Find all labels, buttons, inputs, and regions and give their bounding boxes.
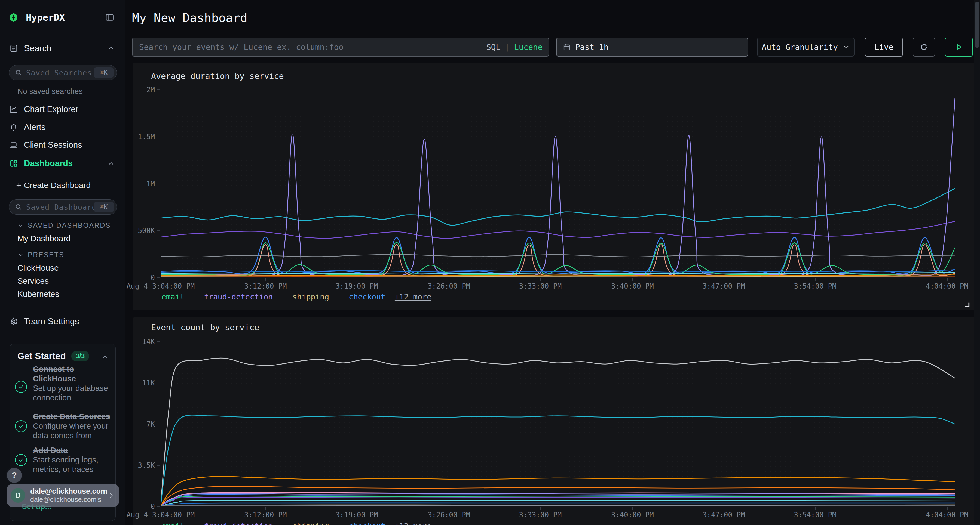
legend-more-link[interactable]: +12 more — [395, 522, 431, 525]
get-started-item[interactable]: Create Data Sources Configure where your… — [33, 412, 115, 440]
sidebar-item-kubernetes[interactable]: Kubernetes — [18, 289, 59, 299]
get-started-item[interactable]: Add Data Start sending logs, metrics, or… — [33, 446, 115, 474]
scrollbar-thumb[interactable] — [975, 2, 979, 48]
create-dashboard-label: Create Dashboard — [24, 181, 91, 190]
saved-dashboards-input[interactable]: Saved Dashboards ⌘K — [9, 199, 117, 215]
check-circle-icon — [15, 454, 27, 466]
user-account-button[interactable]: D dale@clickhouse.com dale@clickhouse.co… — [7, 484, 119, 507]
x-axis: Aug 4 3:04:00 PM3:12:00 PM3:19:00 PM3:26… — [161, 506, 955, 520]
chevron-right-icon — [108, 492, 115, 499]
play-icon — [955, 43, 963, 51]
legend-item-checkout[interactable]: checkout — [338, 292, 385, 301]
legend-item-shipping[interactable]: shipping — [282, 292, 329, 301]
chevron-up-icon[interactable] — [107, 44, 115, 52]
refresh-button[interactable] — [913, 38, 935, 57]
saved-searches-input[interactable]: Saved Searches ⌘K — [9, 65, 117, 80]
dashboards-section-label: Dashboards — [24, 159, 73, 168]
chevron-down-icon — [18, 222, 24, 229]
sidebar-item-client-sessions[interactable]: Client Sessions — [0, 138, 125, 152]
section-header-label: SAVED DASHBOARDS — [28, 221, 111, 229]
saved-dashboards-placeholder: Saved Dashboards — [26, 203, 101, 211]
get-started-item[interactable]: Connect to ClickHouse Set up your databa… — [33, 365, 115, 403]
legend-item-shipping[interactable]: shipping — [282, 522, 329, 525]
presets-header[interactable]: PRESETS — [18, 251, 64, 259]
chart-title: Average duration by service — [151, 71, 284, 81]
line-chart[interactable] — [161, 90, 955, 278]
page-scrollbar[interactable] — [974, 0, 980, 525]
legend-item-email[interactable]: email — [151, 522, 184, 525]
chart-series-other-orange — [161, 476, 955, 506]
chart-panel-event-count[interactable]: Event count by service 03.5K7K11K14K Aug… — [132, 317, 976, 525]
time-range-input[interactable]: Past 1h — [556, 38, 748, 57]
run-query-button[interactable] — [945, 38, 973, 57]
get-started-item-title: Connect to ClickHouse — [33, 365, 115, 384]
chart-series-other-gray — [161, 358, 955, 506]
live-button[interactable]: Live — [865, 38, 903, 57]
legend-item-fraud-detection[interactable]: fraud-detection — [194, 522, 273, 525]
event-search-input[interactable]: Search your events w/ Lucene ex. column:… — [132, 38, 549, 57]
search-icon — [15, 69, 22, 76]
section-header-label: PRESETS — [28, 251, 64, 259]
chart-series-fraud-detection — [161, 98, 955, 276]
check-circle-icon — [15, 420, 27, 432]
help-label: ? — [12, 471, 17, 481]
chart-series-other-cyan — [161, 189, 955, 225]
granularity-select[interactable]: Auto Granularity — [757, 38, 854, 57]
sidebar-item-my-dashboard[interactable]: My Dashboard — [18, 234, 70, 243]
y-tick: 7K — [146, 420, 160, 428]
sidebar-item-label: Chart Explorer — [24, 105, 78, 114]
get-started-item-desc: Set up your database connection — [33, 384, 115, 403]
y-tick: 2M — [146, 86, 160, 94]
help-button[interactable]: ? — [7, 468, 22, 483]
x-axis: Aug 4 3:04:00 PM3:12:00 PM3:19:00 PM3:26… — [161, 278, 955, 291]
sidebar-section-search[interactable]: Search — [0, 41, 125, 55]
refresh-icon — [919, 43, 929, 52]
resize-handle-icon[interactable] — [964, 302, 970, 308]
lucene-toggle[interactable]: Lucene — [514, 43, 542, 52]
sidebar-item-team-settings[interactable]: Team Settings — [0, 315, 125, 328]
y-tick: 1M — [146, 179, 160, 188]
shortcut-badge: ⌘K — [94, 67, 114, 78]
y-tick: 3.5K — [138, 461, 160, 470]
get-started-badge: 3/3 — [71, 351, 89, 361]
y-tick: 0 — [151, 502, 160, 511]
sql-toggle[interactable]: SQL — [486, 43, 500, 52]
sidebar-section-dashboards[interactable]: Dashboards — [0, 157, 125, 170]
line-chart[interactable] — [161, 342, 955, 506]
sidebar-item-label: Alerts — [24, 122, 45, 132]
create-dashboard-button[interactable]: Create Dashboard — [0, 179, 125, 192]
chart-series-other-pink — [161, 492, 955, 506]
legend-more-link[interactable]: +12 more — [395, 292, 431, 301]
logo-row: HyperDX — [0, 11, 125, 24]
saved-searches-placeholder: Saved Searches — [26, 68, 92, 77]
brand-name: HyperDX — [26, 12, 65, 23]
chart-panel-average-duration[interactable]: Average duration by service 0500K1M1.5M2… — [132, 63, 976, 310]
legend-item-email[interactable]: email — [151, 292, 184, 301]
collapse-sidebar-icon[interactable] — [105, 13, 115, 22]
chart-legend: emailfraud-detectionshippingcheckout+12 … — [151, 292, 431, 301]
legend-item-fraud-detection[interactable]: fraud-detection — [194, 292, 273, 301]
y-tick: 1.5M — [138, 132, 160, 141]
sidebar-item-alerts[interactable]: Alerts — [0, 121, 125, 134]
saved-dashboards-header[interactable]: SAVED DASHBOARDS — [18, 221, 111, 229]
legend-item-checkout[interactable]: checkout — [338, 522, 385, 525]
chevron-up-icon[interactable] — [101, 353, 109, 361]
team-settings-label: Team Settings — [24, 316, 79, 327]
event-search-placeholder: Search your events w/ Lucene ex. column:… — [139, 43, 344, 52]
chart-legend: emailfraud-detectionshippingcheckout+12 … — [151, 522, 431, 525]
chart-title: Event count by service — [151, 323, 259, 332]
chevron-down-icon — [843, 43, 850, 51]
chart-series-other-gray — [161, 254, 955, 257]
get-started-item-title: Create Data Sources — [33, 412, 115, 421]
y-tick: 14K — [142, 337, 160, 346]
y-tick: 500K — [138, 226, 160, 235]
search-icon — [15, 203, 22, 211]
y-axis: 03.5K7K11K14K — [132, 342, 160, 506]
check-circle-icon — [15, 381, 27, 393]
chevron-up-icon[interactable] — [107, 160, 115, 167]
sidebar-item-clickhouse[interactable]: ClickHouse — [18, 263, 59, 273]
chart-series-other-violet — [161, 221, 955, 239]
sidebar-item-services[interactable]: Services — [18, 276, 49, 285]
y-axis: 0500K1M1.5M2M — [132, 90, 160, 278]
sidebar-item-chart-explorer[interactable]: Chart Explorer — [0, 103, 125, 116]
